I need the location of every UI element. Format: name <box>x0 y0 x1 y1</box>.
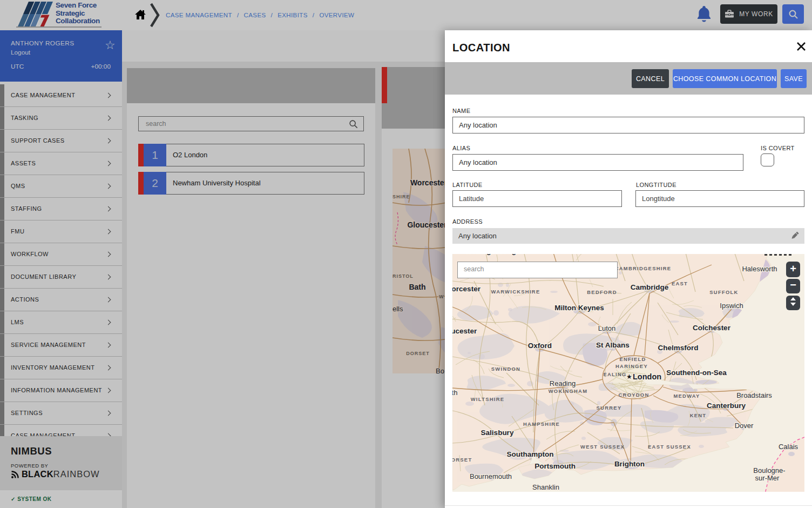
svg-text:St Albans: St Albans <box>596 341 630 349</box>
svg-text:SUFFOLK: SUFFOLK <box>709 289 738 295</box>
svg-text:DORSET: DORSET <box>452 457 472 463</box>
svg-text:MEDWAY: MEDWAY <box>673 393 700 399</box>
svg-text:Colchester: Colchester <box>693 324 731 332</box>
svg-text:London: London <box>633 372 661 381</box>
svg-text:WOKINGHAM: WOKINGHAM <box>549 388 588 394</box>
svg-text:Calais: Calais <box>779 443 799 451</box>
svg-text:SURREY: SURREY <box>597 405 622 411</box>
svg-text:Worcester: Worcester <box>452 285 481 293</box>
svg-text:SWINDON: SWINDON <box>491 366 520 372</box>
svg-text:Halesworth: Halesworth <box>742 265 777 273</box>
svg-text:Bournemouth: Bournemouth <box>470 472 512 480</box>
svg-text:Shanklin: Shanklin <box>532 483 559 491</box>
svg-text:Broadstairs: Broadstairs <box>736 391 772 399</box>
svg-text:Boulogne-: Boulogne- <box>753 466 785 474</box>
svg-text:Canterbury: Canterbury <box>707 402 746 410</box>
svg-text:Wellingborough: Wellingborough <box>465 254 520 255</box>
svg-text:BEDFORD: BEDFORD <box>587 289 617 295</box>
svg-text:Portsmouth: Portsmouth <box>534 462 576 470</box>
svg-text:Reading: Reading <box>550 379 576 387</box>
svg-text:HARINGEY: HARINGEY <box>615 363 648 369</box>
svg-text:Dover: Dover <box>735 422 754 430</box>
svg-text:EAST SUSSEX: EAST SUSSEX <box>648 444 691 450</box>
svg-text:Chelmsford: Chelmsford <box>658 344 698 352</box>
svg-text:Oxford: Oxford <box>528 342 552 350</box>
svg-text:Luton: Luton <box>598 324 616 332</box>
svg-text:Brighton: Brighton <box>614 460 645 468</box>
svg-text:WILTSHIRE: WILTSHIRE <box>471 396 505 402</box>
svg-text:EAST: EAST <box>672 280 688 286</box>
svg-text:sur-Mer: sur-Mer <box>755 474 780 482</box>
svg-text:EALING: EALING <box>603 371 626 377</box>
svg-text:Southampton: Southampton <box>507 450 554 458</box>
svg-text:Southend-on-Sea: Southend-on-Sea <box>666 369 727 377</box>
svg-text:Ipswich: Ipswich <box>720 302 743 310</box>
svg-text:th: th <box>452 389 457 397</box>
svg-text:Salisbury: Salisbury <box>481 429 514 437</box>
svg-text:WARWICKSHIRE: WARWICKSHIRE <box>491 289 540 295</box>
svg-text:Gloucester: Gloucester <box>452 327 477 335</box>
svg-text:Milton Keynes: Milton Keynes <box>554 304 604 312</box>
svg-text:WEST SUSSEX: WEST SUSSEX <box>580 444 625 450</box>
svg-text:CAMBRIDGESHIRE: CAMBRIDGESHIRE <box>615 265 672 271</box>
svg-text:★: ★ <box>626 373 632 380</box>
svg-text:KENT: KENT <box>690 412 707 418</box>
svg-text:HAMPSHIRE: HAMPSHIRE <box>523 421 560 427</box>
svg-text:CROYDON: CROYDON <box>618 392 649 398</box>
svg-text:ENFIELD: ENFIELD <box>619 356 646 362</box>
svg-text:Cambridge: Cambridge <box>631 283 669 291</box>
